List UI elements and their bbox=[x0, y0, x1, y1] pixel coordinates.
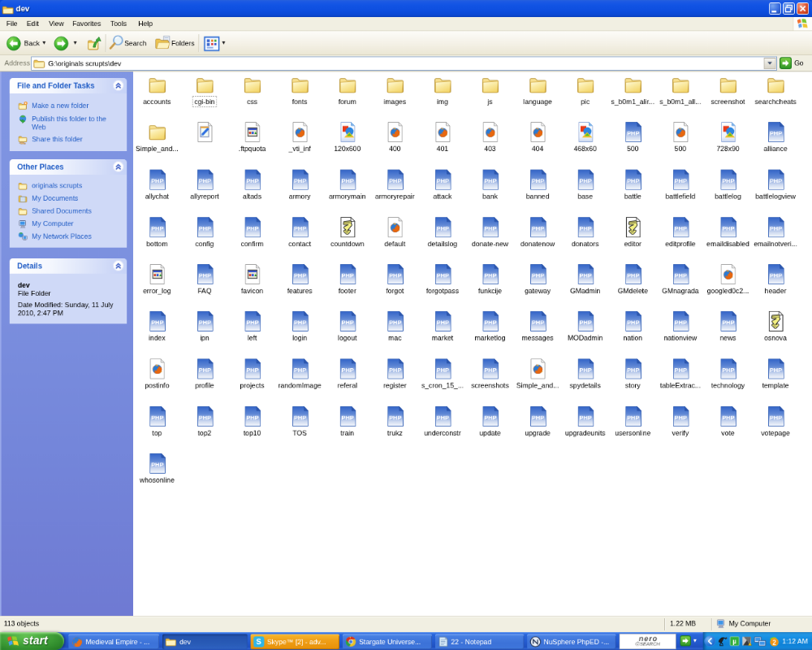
svg-text:2: 2 bbox=[772, 639, 776, 646]
svg-text:µ: µ bbox=[732, 638, 736, 645]
svg-text:S: S bbox=[257, 637, 262, 646]
